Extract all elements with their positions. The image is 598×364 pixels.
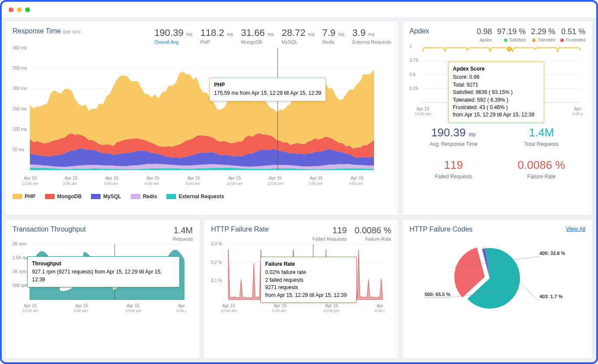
browser-frame: Response Time (per txn) 190.39 msOverall… — [0, 0, 598, 364]
failure-rate-card: HTTP Failure Rate 119Failed Requests0.00… — [204, 219, 399, 359]
svg-text:0.75: 0.75 — [410, 58, 418, 63]
failure-metric: 119Failed Requests — [312, 225, 347, 242]
response-time-chart[interactable]: 50 ms100 ms150 ms200 ms250 ms300 msApr 1… — [13, 45, 377, 192]
apdex-metric: 97.19 %Satisfied — [497, 27, 526, 42]
svg-text:Apr 15: Apr 15 — [269, 176, 282, 180]
tooltip-title: PHP — [214, 81, 321, 89]
legend-item[interactable]: PHP — [13, 193, 36, 200]
apdex-summary-stats: 190.39 msAvg. Response Time1.4MTotal Req… — [410, 126, 585, 180]
throughput-tooltip: Throughput 927.1 rpm (9271 requests) fro… — [27, 256, 180, 287]
metric-mysql: 28.72 msMySQL — [282, 27, 315, 45]
svg-text:403: 1.7 %: 403: 1.7 % — [540, 294, 562, 299]
tooltip-title: Throughput — [32, 260, 175, 267]
svg-text:0.1 %: 0.1 % — [211, 278, 222, 283]
svg-text:500: 65.5 %: 500: 65.5 % — [425, 292, 451, 297]
response-time-metrics: 190.39 msOverall Avg118.2 msPHP31.66 msM… — [154, 27, 391, 45]
metric-php: 118.2 msPHP — [200, 27, 233, 45]
apdex-metric: 0.51 %Frustrated — [560, 27, 585, 42]
svg-text:250 ms: 250 ms — [13, 66, 27, 71]
apdex-metric: 0.98Apdex — [477, 27, 492, 42]
svg-text:Apr 15: Apr 15 — [310, 176, 323, 180]
svg-text:Apr 15: Apr 15 — [325, 303, 338, 308]
failure-codes-pie[interactable]: 500: 65.5 %400: 32.8 %403: 1.7 % — [410, 231, 583, 317]
response-time-title: Response Time (per txn) — [13, 27, 81, 35]
svg-text:Apr 15: Apr 15 — [75, 303, 88, 308]
svg-text:0.25: 0.25 — [410, 86, 418, 91]
svg-text:Apr 15: Apr 15 — [416, 106, 429, 111]
svg-text:6:00 pm: 6:00 pm — [176, 309, 186, 313]
svg-text:100 ms: 100 ms — [13, 127, 27, 132]
svg-text:1: 1 — [410, 44, 412, 49]
svg-text:0.3 %: 0.3 % — [211, 242, 222, 246]
svg-text:Apr 15: Apr 15 — [127, 303, 140, 308]
svg-text:Apr 15: Apr 15 — [24, 176, 37, 180]
window-zoom-icon[interactable] — [25, 7, 30, 12]
svg-text:12:00 am: 12:00 am — [22, 181, 39, 186]
apdex-metric: 2.29 %Tolerated — [531, 27, 555, 42]
legend-item[interactable]: MySQL — [91, 193, 121, 200]
view-all-link[interactable]: View All — [566, 225, 585, 232]
svg-text:Apr 15: Apr 15 — [228, 176, 241, 180]
tooltip-title: Apdex Score — [453, 65, 540, 73]
legend-item[interactable]: Redis — [131, 193, 157, 200]
metric-overall-avg: 190.39 msOverall Avg — [154, 27, 192, 45]
svg-text:Apr 15: Apr 15 — [106, 176, 119, 180]
throughput-total: 1.4M Requests — [173, 225, 193, 242]
svg-text:150 ms: 150 ms — [13, 106, 27, 111]
svg-text:12:00 pm: 12:00 pm — [125, 309, 141, 313]
svg-text:6:00 am: 6:00 am — [145, 181, 159, 186]
svg-text:400: 32.8 %: 400: 32.8 % — [540, 251, 566, 256]
tooltip-title: Failure Rate — [265, 261, 352, 268]
summary-stat: 1.4MTotal Requests — [497, 126, 585, 147]
svg-text:500 rpm: 500 rpm — [13, 283, 29, 288]
svg-text:2K rpm: 2K rpm — [13, 242, 26, 246]
apdex-metrics: 0.98Apdex97.19 %Satisfied2.29 %Tolerated… — [477, 27, 585, 42]
svg-text:0.2 %: 0.2 % — [211, 260, 222, 265]
apdex-title: Apdex — [410, 27, 429, 35]
apdex-card: Apdex 0.98Apdex97.19 %Satisfied2.29 %Tol… — [402, 21, 593, 216]
svg-text:Apr 15: Apr 15 — [146, 176, 159, 180]
throughput-card: Transaction Throughput 1.4M Requests 500… — [5, 219, 200, 359]
svg-text:Apr 15: Apr 15 — [222, 303, 235, 308]
svg-text:4:00 pm: 4:00 pm — [349, 181, 363, 186]
summary-stat: 119Failed Requests — [410, 158, 497, 180]
svg-text:12:00 pm: 12:00 pm — [323, 309, 340, 313]
failure-rate-tooltip: Failure Rate 0.02% failure rate2 failed … — [260, 257, 357, 303]
failure-codes-card: HTTP Failure Codes View All 500: 65.5 %4… — [402, 219, 593, 359]
svg-text:Apr 15: Apr 15 — [178, 303, 186, 308]
svg-text:6:00 pm: 6:00 pm — [375, 309, 384, 313]
svg-text:Apr 15: Apr 15 — [274, 303, 287, 308]
svg-text:12:00 am: 12:00 am — [415, 112, 431, 116]
metric-mongodb: 31.66 msMongoDB — [241, 27, 274, 45]
tooltip-body: 927.1 rpm (9271 requests) from Apr 15, 1… — [32, 268, 175, 283]
summary-stat: 190.39 msAvg. Response Time — [410, 126, 497, 147]
summary-stat: 0.0086 %Failure Rate — [497, 158, 585, 180]
window-close-icon[interactable] — [9, 7, 13, 12]
legend-item[interactable]: External Requests — [166, 193, 224, 200]
window-minimize-icon[interactable] — [17, 7, 22, 12]
failure-metric: 0.0086 %Failure Rate — [354, 225, 391, 242]
svg-text:6:00 am: 6:00 am — [74, 309, 88, 313]
svg-text:200 ms: 200 ms — [13, 86, 27, 91]
svg-text:Apr 15: Apr 15 — [574, 106, 583, 111]
svg-text:Apr 15: Apr 15 — [351, 176, 364, 180]
failure-codes-title: HTTP Failure Codes — [410, 225, 473, 233]
svg-text:300 ms: 300 ms — [13, 45, 27, 50]
metric-redis: 7.9 msRedis — [322, 27, 344, 45]
svg-text:Apr 15: Apr 15 — [187, 176, 200, 180]
svg-text:4:00 am: 4:00 am — [104, 181, 118, 186]
svg-text:Apr 15: Apr 15 — [65, 176, 78, 180]
svg-point-49 — [507, 47, 511, 51]
svg-text:Apr 15: Apr 15 — [24, 303, 37, 308]
response-time-tooltip: PHP 175.59 ms from Apr 15, 12:29 till Ap… — [209, 77, 326, 101]
metric-external-requests: 3.9 msExternal Requests — [352, 27, 391, 45]
failure-rate-title: HTTP Failure Rate — [211, 225, 269, 233]
svg-text:2:00 pm: 2:00 pm — [308, 181, 322, 186]
legend-item[interactable]: MongoDB — [45, 193, 82, 200]
svg-text:12:00 pm: 12:00 pm — [267, 181, 284, 186]
svg-text:10:00 am: 10:00 am — [226, 181, 243, 186]
svg-text:6:00 am: 6:00 am — [272, 309, 286, 313]
dashboard: Response Time (per txn) 190.39 msOverall… — [2, 17, 596, 362]
svg-text:8:00 am: 8:00 am — [185, 181, 200, 186]
response-time-legend: PHPMongoDBMySQLRedisExternal Requests — [13, 193, 391, 200]
